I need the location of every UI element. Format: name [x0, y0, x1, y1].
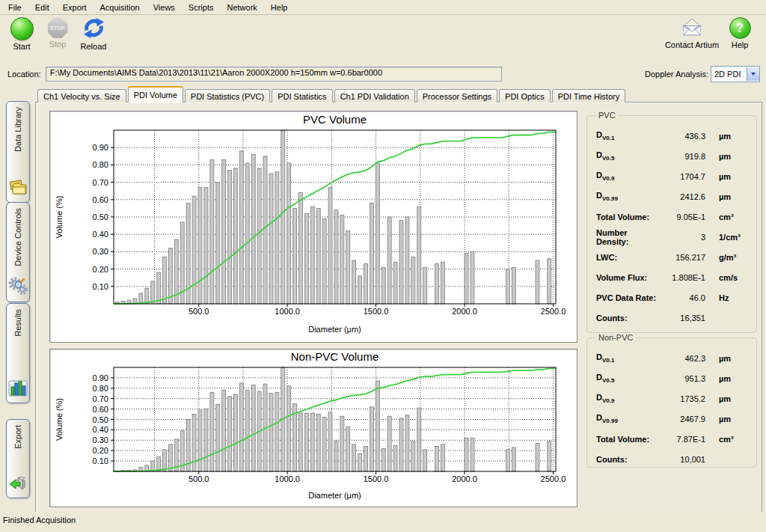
pvc-stat-row-volume-flux: Volume Flux:1.808E-1cm/s [596, 267, 749, 287]
svg-text:1000.0: 1000.0 [275, 474, 300, 483]
sidebar: Data LibraryDevice ControlsResultsExport [0, 84, 35, 516]
svg-text:Volume (%): Volume (%) [55, 196, 64, 239]
location-field[interactable]: F:\My Documents\AIMS Data\2013\2013\11\2… [46, 67, 502, 82]
stat-label: Counts: [596, 455, 661, 464]
stat-label: PVC Data Rate: [596, 293, 661, 302]
sidebar-item-label: Results [13, 309, 22, 337]
stat-value: 951.3 [661, 374, 714, 383]
svg-text:1000.0: 1000.0 [275, 307, 300, 316]
stat-value: 9.05E-1 [661, 213, 714, 221]
pvc-stat-row-dv0-1: DV0.1436.3µm [596, 126, 749, 146]
tab-pdi-time-history[interactable]: PDI Time History [552, 89, 626, 103]
pvc-stat-row-lwc: LWC:156.217g/m³ [596, 247, 749, 267]
stat-value: 1.808E-1 [661, 273, 714, 282]
svg-text:1500.0: 1500.0 [364, 474, 389, 483]
svg-text:PVC Volume: PVC Volume [303, 113, 367, 126]
svg-text:Diameter (µm): Diameter (µm) [308, 491, 361, 500]
svg-text:Volume (%): Volume (%) [55, 398, 64, 441]
chevron-down-icon[interactable] [747, 67, 759, 81]
nonpvc-volume-chart-panel: 0.100.200.300.400.500.600.700.800.90500.… [49, 349, 577, 507]
svg-text:0.20: 0.20 [93, 265, 108, 274]
help-button[interactable]: ? Help [723, 17, 757, 49]
stat-label: DV0.1 [596, 130, 661, 141]
sidebar-item-label: Export [13, 425, 22, 449]
contact-artium-button[interactable]: Contact Artium [663, 17, 721, 49]
stat-unit: cm³ [714, 435, 749, 444]
doppler-analysis-select[interactable]: 2D PDI [711, 66, 760, 82]
pvc-volume-chart: 0.100.200.300.400.500.600.700.800.90500.… [50, 111, 577, 340]
svg-text:1500.0: 1500.0 [364, 307, 389, 316]
help-button-label: Help [732, 40, 749, 49]
doppler-analysis-value: 2D PDI [711, 70, 747, 79]
menu-item-file[interactable]: File [1, 1, 28, 13]
stat-label: DV0.99 [596, 413, 661, 424]
toolbar: Start STOP Stop Reload [0, 15, 766, 63]
start-icon [10, 17, 34, 40]
stat-value: 3 [661, 233, 714, 242]
sidebar-item-data-library[interactable]: Data Library [6, 101, 30, 203]
menu-item-network[interactable]: Network [220, 1, 263, 13]
svg-text:2000.0: 2000.0 [452, 474, 477, 483]
menu-item-acquisition[interactable]: Acquisition [94, 1, 147, 13]
location-row: Location: F:\My Documents\AIMS Data\2013… [0, 63, 766, 85]
stat-unit: g/m³ [714, 253, 749, 262]
reload-button-label: Reload [81, 42, 107, 51]
tab-processor-settings[interactable]: Processor Settings [417, 89, 497, 103]
stat-unit: cm/s [714, 273, 749, 282]
tab-pdi-statistics-pvc[interactable]: PDI Statistics (PVC) [185, 89, 270, 103]
folders-icon [8, 179, 28, 198]
menu-item-help[interactable]: Help [264, 1, 295, 13]
application-window: FileEditExportAcquisitionViewsScriptsNet… [0, 0, 766, 532]
nonpvc-stat-row-dv0-9: DV0.91735.2µm [596, 388, 749, 409]
tab-pdi-volume[interactable]: PDI Volume [128, 86, 183, 103]
stat-label: DV0.5 [596, 150, 661, 162]
stat-label: Volume Flux: [596, 273, 661, 282]
nonpvc-stats-title: Non-PVC [596, 333, 635, 342]
menu-item-export[interactable]: Export [56, 1, 94, 13]
tab-pdi-optics[interactable]: PDI Optics [499, 89, 551, 103]
stat-label: Counts: [596, 314, 661, 322]
stat-value: 1735.2 [661, 394, 714, 403]
menu-item-edit[interactable]: Edit [28, 1, 56, 13]
location-label: Location: [7, 70, 41, 79]
svg-text:Diameter (µm): Diameter (µm) [308, 325, 361, 334]
menu-item-scripts[interactable]: Scripts [182, 1, 221, 13]
stop-button[interactable]: STOP Stop [40, 17, 75, 49]
svg-text:0.10: 0.10 [93, 456, 108, 465]
sidebar-item-results[interactable]: Results [6, 303, 30, 403]
stat-value: 10,001 [661, 455, 714, 464]
tab-pdi-statistics[interactable]: PDI Statistics [272, 89, 332, 103]
stat-label: LWC: [596, 253, 661, 262]
help-icon: ? [729, 17, 751, 39]
bar-chart-icon [8, 379, 28, 399]
svg-text:0.70: 0.70 [93, 394, 108, 403]
svg-text:0.60: 0.60 [93, 195, 108, 204]
start-button[interactable]: Start [4, 17, 39, 51]
stat-unit: µm [714, 172, 749, 181]
svg-text:2000.0: 2000.0 [452, 307, 477, 316]
stat-label: DV0.9 [596, 171, 661, 182]
nonpvc-stat-row-total-volume: Total Volume:7.87E-1cm³ [596, 429, 749, 449]
menu-item-views[interactable]: Views [147, 1, 182, 13]
stat-label: DV0.9 [596, 393, 661, 404]
start-button-label: Start [13, 42, 30, 51]
svg-text:0.20: 0.20 [93, 446, 108, 455]
stat-label: DV0.5 [596, 373, 661, 384]
nonpvc-stat-row-dv0-1: DV0.1462.3µm [596, 348, 749, 368]
sidebar-item-device-controls[interactable]: Device Controls [6, 202, 30, 302]
svg-text:0.80: 0.80 [93, 160, 108, 169]
sidebar-item-export[interactable]: Export [6, 419, 30, 498]
stat-label: DV0.1 [596, 352, 661, 364]
stat-value: 156.217 [661, 253, 714, 262]
contact-artium-label: Contact Artium [665, 40, 719, 49]
export-arrow-icon [8, 474, 28, 494]
svg-text:0.40: 0.40 [93, 230, 108, 239]
stat-label: DV0.99 [596, 191, 661, 202]
menu-bar: FileEditExportAcquisitionViewsScriptsNet… [0, 0, 766, 15]
tab-ch1-velocity-vs-size[interactable]: Ch1 Velocity vs. Size [37, 89, 126, 103]
svg-text:0.50: 0.50 [93, 213, 108, 221]
stop-icon: STOP [48, 18, 68, 38]
reload-button[interactable]: Reload [76, 17, 111, 51]
tab-ch1-pdi-validation[interactable]: Ch1 PDI Validation [334, 89, 415, 103]
nonpvc-stat-row-dv0-99: DV0.992467.9µm [596, 409, 749, 429]
